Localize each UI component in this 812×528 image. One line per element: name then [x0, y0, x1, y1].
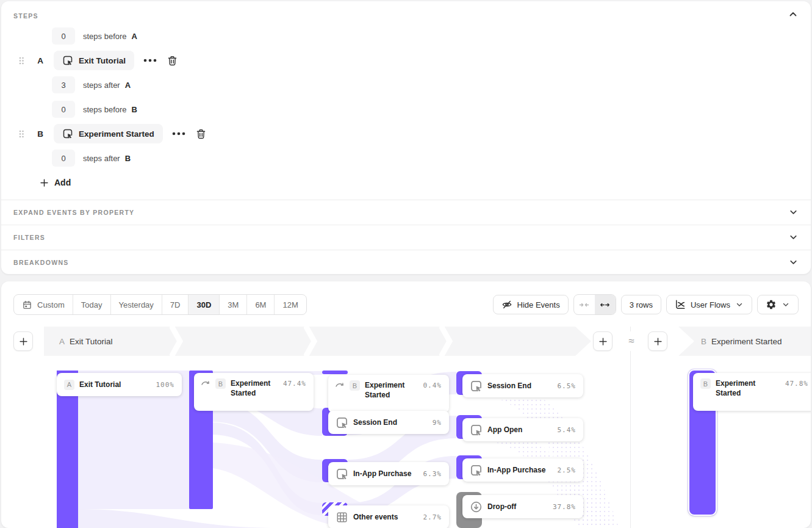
- date-30d-selected[interactable]: 30D: [188, 295, 219, 314]
- step-b-letter: B: [37, 129, 44, 139]
- step-badge: A: [64, 380, 74, 390]
- chevron-down-icon: [788, 207, 799, 217]
- date-range-selector: Custom Today Yesterday 7D 30D 3M 6M 12M: [13, 294, 307, 315]
- node-drop-off[interactable]: Drop-off 37.8%: [462, 495, 583, 518]
- node-other-events[interactable]: Other events 2.7%: [328, 505, 449, 528]
- event-icon: [62, 55, 73, 66]
- date-3m[interactable]: 3M: [219, 295, 246, 314]
- band-chevron-separator-icon: [304, 327, 317, 356]
- node-experiment-started-478[interactable]: B Experiment Started 47.8%: [693, 373, 811, 411]
- chevron-down-icon: [788, 232, 799, 242]
- node-experiment-started-04[interactable]: B Experiment Started 0.4%: [328, 375, 449, 413]
- step-a-more-icon[interactable]: [143, 58, 157, 63]
- date-12m[interactable]: 12M: [274, 295, 306, 314]
- step-a-row: A Exit Tutorial: [13, 51, 799, 70]
- step-badge: B: [215, 378, 226, 389]
- add-step-before-b-button[interactable]: [648, 331, 667, 351]
- add-step-after-a-button[interactable]: [593, 331, 613, 351]
- date-7d[interactable]: 7D: [162, 295, 189, 314]
- step-badge: B: [350, 380, 360, 391]
- node-experiment-started-47[interactable]: B Experiment Started 47.4%: [194, 373, 314, 411]
- event-icon: [336, 468, 348, 480]
- approx-symbol: ≈: [624, 331, 639, 351]
- drag-handle-icon[interactable]: [19, 57, 24, 65]
- bar-experiment-started-04[interactable]: [322, 371, 348, 374]
- rows-count-button[interactable]: 3 rows: [621, 295, 661, 314]
- section-expand-events-by-property[interactable]: EXPAND EVENTS BY PROPERTY: [1, 200, 811, 225]
- steps-after-b-input[interactable]: 0: [52, 150, 75, 167]
- column-width-toggle: [573, 294, 616, 315]
- step-a-delete-icon[interactable]: [167, 55, 178, 67]
- sankey-flow-canvas: A Exit Tutorial B Experiment Started ≈: [1, 327, 811, 528]
- collapse-steps-chevron-up-icon[interactable]: [788, 9, 799, 20]
- step-b-delete-icon[interactable]: [195, 128, 207, 140]
- section-filters[interactable]: FILTERS: [1, 225, 811, 250]
- drag-handle-icon[interactable]: [19, 130, 24, 138]
- chevron-down-icon: [788, 257, 799, 267]
- arrows-inward-icon: [579, 300, 589, 310]
- node-exit-tutorial[interactable]: A Exit Tutorial 100%: [57, 373, 182, 396]
- collapse-columns-button[interactable]: [574, 295, 595, 314]
- add-step-before-a-button[interactable]: [13, 331, 33, 351]
- step-b-more-icon[interactable]: [172, 131, 185, 136]
- date-6m[interactable]: 6M: [246, 295, 274, 314]
- steps-before-a-row: 0 steps before A: [52, 27, 799, 45]
- step-a-letter: A: [37, 56, 44, 65]
- step-a-header-band[interactable]: [44, 327, 591, 356]
- report-toolbar: Custom Today Yesterday 7D 30D 3M 6M 12M …: [1, 281, 811, 315]
- event-icon: [470, 424, 483, 436]
- eye-off-icon: [501, 299, 512, 310]
- calendar-icon: [22, 300, 32, 310]
- event-icon: [62, 128, 73, 139]
- steps-before-a-input[interactable]: 0: [52, 27, 75, 45]
- add-step-button[interactable]: Add: [40, 178, 71, 187]
- step-badge: B: [700, 378, 711, 389]
- arrows-outward-icon: [600, 300, 610, 310]
- grid-icon: [336, 511, 348, 524]
- hide-events-button[interactable]: Hide Events: [493, 295, 569, 314]
- query-builder-panel: STEPS 0 steps before A A Exit Tutorial 3…: [1, 1, 811, 274]
- band-chevron-separator-icon: [439, 327, 453, 356]
- node-app-open[interactable]: App Open 5.4%: [462, 418, 583, 441]
- steps-after-a-input[interactable]: 3: [52, 76, 75, 93]
- step-b-row: B Experiment Started: [13, 124, 799, 143]
- plus-icon: [40, 178, 49, 187]
- gear-icon: [766, 299, 777, 310]
- user-flows-chart-icon: [675, 299, 686, 310]
- expand-columns-button[interactable]: [595, 295, 616, 314]
- date-custom[interactable]: Custom: [14, 295, 73, 314]
- chevron-down-icon: [735, 300, 744, 309]
- node-in-app-purchase-63[interactable]: In-App Purchase 6.3%: [328, 462, 449, 485]
- node-session-end-9[interactable]: Session End 9%: [328, 411, 449, 434]
- steps-before-b-row: 0 steps before B: [52, 101, 799, 118]
- jump-arrow-icon: [336, 382, 345, 388]
- band-chevron-separator-icon: [170, 327, 183, 356]
- chevron-down-icon: [781, 300, 790, 309]
- steps-after-a-row: 3 steps after A: [52, 76, 799, 93]
- node-in-app-purchase-25[interactable]: In-App Purchase 2.5%: [462, 458, 583, 482]
- steps-before-b-input[interactable]: 0: [52, 101, 75, 118]
- settings-dropdown[interactable]: [757, 295, 799, 314]
- steps-after-b-row: 0 steps after B: [52, 150, 799, 167]
- view-type-dropdown[interactable]: User Flows: [666, 295, 752, 314]
- node-session-end-65[interactable]: Session End 6.5%: [462, 374, 583, 397]
- section-breakdowns[interactable]: BREAKDOWNS: [1, 250, 811, 275]
- step-b-band-label: B Experiment Started: [701, 327, 782, 356]
- event-icon: [336, 416, 348, 429]
- date-today[interactable]: Today: [73, 295, 110, 314]
- steps-before-a-label: steps before: [83, 32, 127, 41]
- event-icon: [470, 380, 483, 392]
- steps-section-title: STEPS: [13, 12, 38, 20]
- drop-off-icon: [470, 501, 483, 513]
- step-b-event-button[interactable]: Experiment Started: [54, 124, 163, 143]
- jump-arrow-icon: [201, 380, 210, 386]
- flows-report-panel: Custom Today Yesterday 7D 30D 3M 6M 12M …: [1, 281, 811, 528]
- column-divider: [630, 327, 631, 528]
- event-icon: [470, 464, 483, 477]
- date-yesterday[interactable]: Yesterday: [110, 295, 162, 314]
- step-a-band-label: A Exit Tutorial: [59, 327, 113, 356]
- step-a-event-button[interactable]: Exit Tutorial: [54, 51, 134, 70]
